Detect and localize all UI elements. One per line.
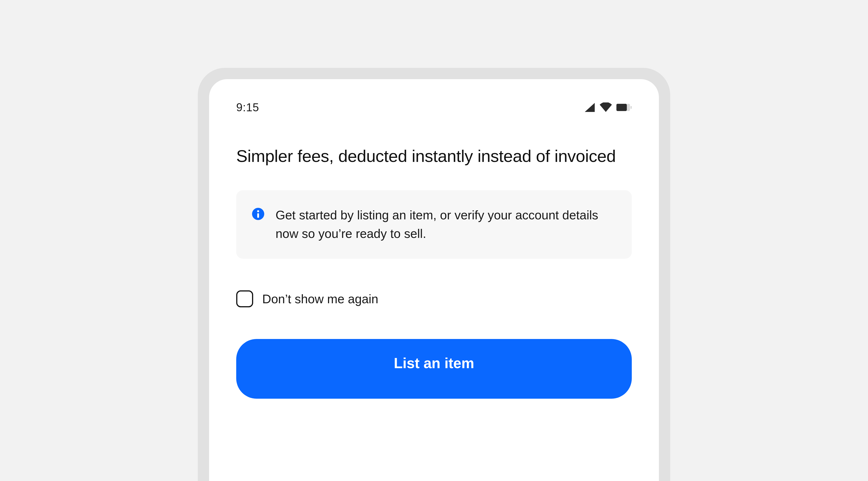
status-icons — [584, 102, 632, 112]
list-an-item-button-label: List an item — [394, 355, 474, 371]
wifi-icon — [599, 102, 612, 112]
battery-icon — [616, 103, 632, 112]
dont-show-again-label: Don’t show me again — [262, 292, 378, 306]
phone-screen: 9:15 Simpler fees, deducted instantly in… — [209, 79, 659, 481]
dont-show-again-row[interactable]: Don’t show me again — [236, 290, 632, 307]
phone-frame: 9:15 Simpler fees, deducted instantly in… — [198, 68, 670, 481]
info-card: Get started by listing an item, or verif… — [236, 190, 632, 259]
info-icon — [252, 208, 264, 220]
cellular-signal-icon — [584, 102, 595, 112]
svg-rect-4 — [257, 213, 259, 218]
info-card-text: Get started by listing an item, or verif… — [276, 206, 614, 243]
page-heading: Simpler fees, deducted instantly instead… — [236, 145, 632, 168]
list-an-item-button[interactable]: List an item — [236, 339, 632, 399]
svg-rect-0 — [616, 104, 627, 111]
status-bar: 9:15 — [236, 97, 632, 118]
dont-show-again-checkbox[interactable] — [236, 290, 253, 307]
svg-rect-1 — [627, 104, 630, 111]
svg-point-3 — [257, 210, 259, 212]
status-time: 9:15 — [236, 101, 259, 114]
svg-rect-2 — [630, 106, 632, 109]
